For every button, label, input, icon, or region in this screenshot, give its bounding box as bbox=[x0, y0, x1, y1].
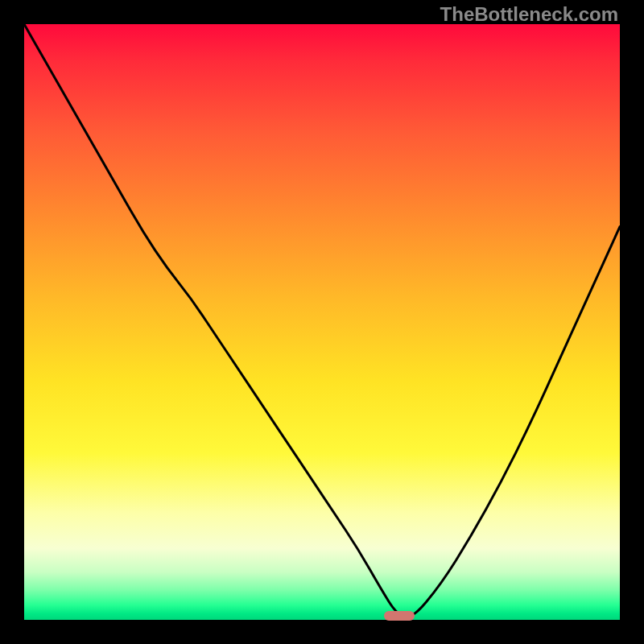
chart-frame: TheBottleneck.com bbox=[0, 0, 644, 644]
watermark-text: TheBottleneck.com bbox=[440, 3, 618, 26]
plot-area bbox=[24, 24, 620, 620]
background-gradient bbox=[24, 24, 620, 620]
optimal-marker bbox=[384, 611, 415, 621]
